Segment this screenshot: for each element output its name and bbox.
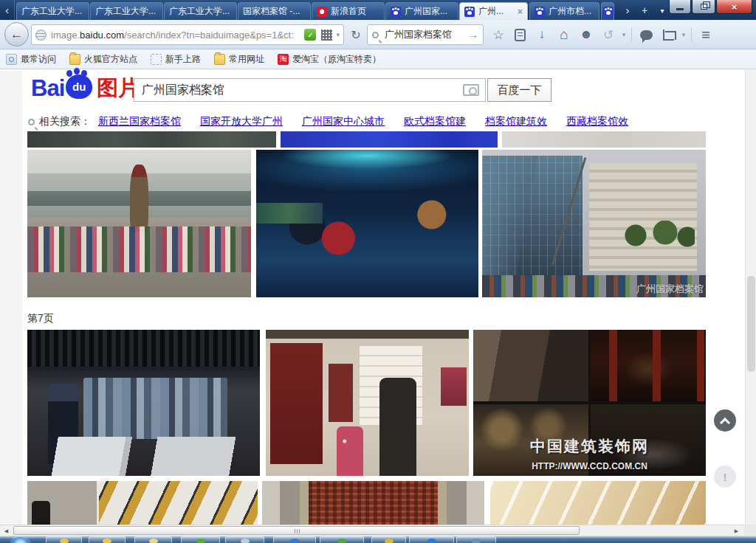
qr-code-icon[interactable] [321, 30, 332, 41]
photo-detail [256, 203, 323, 224]
browser-tab-active[interactable]: 广州...× [459, 2, 528, 20]
image-result-museum-composite[interactable]: 中国建筑装饰网 HTTP://WWW.CCD.COM.CN [473, 330, 706, 476]
image-result-partial[interactable] [502, 131, 706, 148]
horizontal-scrollbar-thumb[interactable] [13, 526, 580, 535]
sina-icon [317, 7, 327, 17]
taskbar-button[interactable] [409, 536, 454, 543]
image-search-box[interactable] [134, 78, 486, 102]
image-result-partial[interactable] [262, 481, 484, 525]
home-icon[interactable]: ⌂ [553, 27, 575, 43]
chevron-down-icon[interactable]: ▾ [619, 31, 628, 38]
new-tab-button[interactable]: + [636, 3, 653, 18]
bookmark-common-sites[interactable]: 常用网址 [214, 53, 264, 66]
bookmark-star-icon[interactable]: ☆ [487, 27, 509, 43]
bookmark-most-visited[interactable]: 最常访问 [6, 53, 56, 66]
image-result-poster-wall[interactable] [266, 330, 469, 476]
image-result-partial[interactable] [27, 131, 276, 148]
bookmarks-panel-icon[interactable] [515, 29, 526, 41]
back-button[interactable]: ← [4, 22, 29, 46]
taskbar-button[interactable] [273, 536, 316, 543]
related-link[interactable]: 广州国家中心城市 [302, 115, 385, 128]
tab-scroll-right-button[interactable]: › [620, 0, 635, 20]
feedback-smiley-icon[interactable]: ☻ [575, 27, 597, 42]
browser-tab[interactable]: 新浪首页 [312, 2, 385, 20]
image-result-partial[interactable] [281, 131, 498, 148]
taskbar-button[interactable] [371, 536, 406, 543]
browser-tab[interactable]: 广州国家... [385, 2, 458, 20]
related-link[interactable]: 西藏档案馆效 [566, 115, 628, 128]
image-result-partial[interactable] [27, 481, 258, 525]
browser-tab[interactable]: 广东工业大学... [164, 2, 237, 20]
navigation-toolbar: ← image.baidu.com/search/index?tn=baidui… [0, 20, 756, 49]
feedback-info-button[interactable]: ! [714, 466, 736, 488]
related-link[interactable]: 档案馆建筑效 [485, 115, 547, 128]
taskbar-button[interactable] [225, 536, 264, 543]
scroll-right-arrow[interactable]: ▶ [730, 525, 743, 536]
image-result-partial[interactable] [490, 481, 706, 525]
camera-search-icon[interactable] [463, 84, 479, 96]
minimize-button[interactable] [669, 0, 691, 14]
downloads-icon[interactable]: ↓ [531, 27, 553, 42]
restore-button[interactable] [692, 0, 715, 14]
security-shield-icon[interactable]: ✓ [304, 29, 316, 41]
bookmark-getting-started[interactable]: 新手上路 [151, 53, 201, 66]
related-link[interactable]: 国家开放大学广州 [200, 115, 283, 128]
toolbar-divider [631, 27, 632, 42]
vertical-scrollbar[interactable] [745, 69, 756, 525]
screenshot-icon[interactable] [663, 30, 674, 41]
page-number-marker: 第7页 [27, 312, 54, 325]
app-icon [149, 539, 158, 543]
app-icon [427, 539, 436, 543]
taskbar-button[interactable] [456, 536, 496, 543]
baidu-search-button[interactable]: 百度一下 [487, 78, 551, 102]
tab-close-button[interactable]: × [514, 7, 523, 17]
chevron-down-icon[interactable]: ▾ [679, 31, 688, 38]
baidu-paw-logo-icon: du [66, 75, 92, 99]
close-window-button[interactable]: × [716, 0, 752, 14]
taskbar-button[interactable] [181, 536, 220, 543]
tab-scroll-left-button[interactable]: ‹ [0, 0, 15, 20]
chat-bubble-icon[interactable] [640, 30, 653, 40]
chevron-down-icon[interactable]: ▾ [336, 31, 340, 38]
menu-icon[interactable]: ≡ [695, 27, 717, 44]
image-result-exhibition-hall[interactable] [256, 150, 478, 297]
image-search-input[interactable] [140, 83, 458, 97]
browser-tab[interactable]: 广州市档... [529, 2, 599, 20]
start-button[interactable] [11, 537, 30, 543]
address-bar[interactable]: image.baidu.com/search/index?tn=baiduima… [31, 24, 344, 45]
taskbar-button[interactable] [46, 536, 82, 543]
scroll-left-arrow[interactable]: ◀ [0, 525, 13, 536]
bookmark-aitaobao[interactable]: 淘爱淘宝（原淘宝特卖） [278, 53, 381, 66]
image-result-tour-group[interactable] [27, 330, 260, 476]
taskbar-button[interactable] [320, 536, 364, 543]
tab-bar: ‹ 广东工业大学... 广东工业大学... 广东工业大学... 国家档案馆 -.… [0, 0, 756, 20]
reload-button[interactable]: ↻ [347, 26, 365, 44]
search-go-icon[interactable]: → [468, 29, 478, 41]
dashed-folder-icon [151, 54, 162, 65]
image-result-group-photo[interactable] [27, 150, 251, 297]
list-all-tabs-button[interactable]: ▾ [654, 3, 670, 18]
chevron-up-icon [720, 417, 730, 427]
browser-tab[interactable]: 广东工业大学... [16, 2, 89, 20]
related-link[interactable]: 新西兰国家档案馆 [98, 115, 181, 128]
browser-tab[interactable]: 广东工业大学... [90, 2, 163, 20]
search-icon [372, 32, 379, 38]
back-to-top-button[interactable] [714, 409, 736, 432]
baidu-image-logo[interactable]: Bai du 图片 [31, 73, 140, 104]
restore-icon [701, 4, 707, 10]
horizontal-scrollbar[interactable]: ◀ ▶ [0, 525, 756, 536]
toolbar-search-box[interactable]: → [367, 24, 484, 45]
related-link[interactable]: 欧式档案馆建 [404, 115, 466, 128]
toolbar-search-input[interactable] [383, 29, 468, 41]
taskbar-button[interactable] [89, 536, 126, 543]
back-icon: ← [10, 27, 23, 42]
bookmark-firefox-official[interactable]: 火狐官方站点 [69, 53, 137, 66]
image-result-building-crowd[interactable]: 广州国家档案馆 [482, 150, 706, 297]
bookmarks-bar: 最常访问 火狐官方站点 新手上路 常用网址 淘爱淘宝（原淘宝特卖） [0, 49, 756, 69]
vertical-scrollbar-thumb[interactable] [747, 276, 755, 372]
browser-tab[interactable]: 国家档案馆 -... [238, 2, 311, 20]
taskbar-button[interactable] [134, 536, 172, 543]
photo-detail [99, 481, 258, 525]
undo-icon[interactable]: ↺ [597, 27, 619, 43]
browser-tab-partial[interactable] [601, 2, 614, 20]
